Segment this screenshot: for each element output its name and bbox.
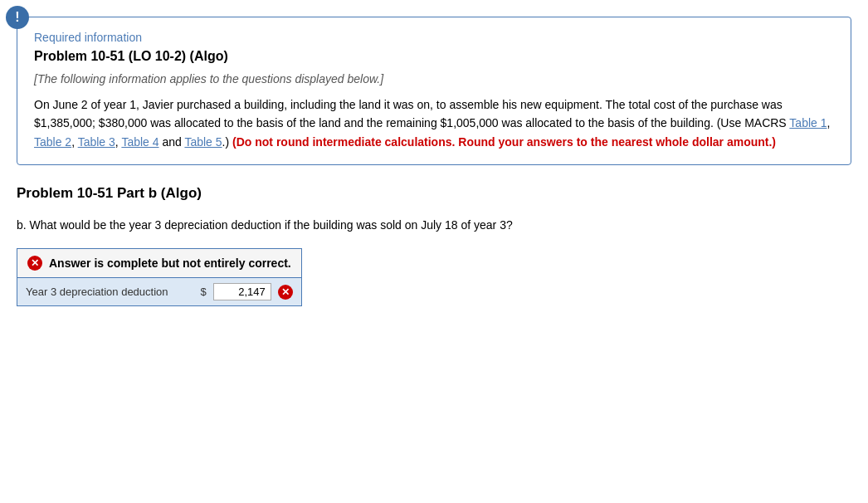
table4-link[interactable]: Table 4	[121, 135, 158, 149]
info-problem-subtitle: [The following information applies to th…	[34, 72, 834, 85]
info-box: ! Required information Problem 10-51 (LO…	[17, 17, 851, 165]
answer-header: ✕ Answer is complete but not entirely co…	[17, 249, 301, 278]
table1-link[interactable]: Table 1	[789, 116, 827, 129]
required-info-label: Required information	[34, 31, 834, 44]
body-text-2: .)	[222, 135, 232, 149]
answer-row-label: Year 3 depreciation deduction	[26, 286, 194, 298]
info-icon: !	[6, 6, 29, 29]
answer-header-text: Answer is complete but not entirely corr…	[49, 256, 291, 270]
sep1: ,	[827, 116, 831, 129]
answer-dollar-sign: $	[201, 286, 207, 298]
body-text-1: On June 2 of year 1, Javier purchased a …	[34, 98, 789, 129]
table3-link[interactable]: Table 3	[78, 135, 115, 149]
part-title: Problem 10-51 Part b (Algo)	[17, 185, 851, 202]
answer-error-header-icon: ✕	[27, 256, 42, 271]
red-bold-text: (Do not round intermediate calculations.…	[232, 135, 776, 149]
answer-input[interactable]	[213, 283, 271, 300]
info-problem-body: On June 2 of year 1, Javier purchased a …	[34, 95, 834, 151]
answer-box: ✕ Answer is complete but not entirely co…	[17, 248, 302, 306]
question-text: b. What would be the year 3 depreciation…	[17, 218, 851, 232]
sep2: ,	[71, 135, 78, 149]
sep4: and	[159, 135, 185, 149]
info-problem-title: Problem 10-51 (LO 10-2) (Algo)	[34, 49, 834, 64]
table2-link[interactable]: Table 2	[34, 135, 71, 149]
answer-row: Year 3 depreciation deduction $ ✕	[17, 278, 301, 305]
table5-link[interactable]: Table 5	[184, 135, 222, 149]
answer-row-error-icon: ✕	[278, 285, 293, 300]
